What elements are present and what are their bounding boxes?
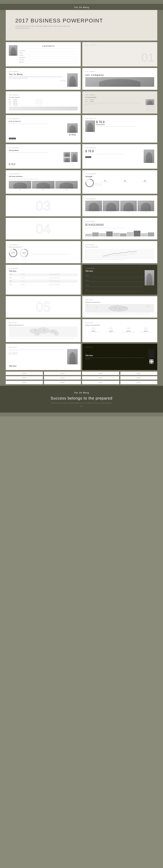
achievement-donuts-slide: Achievement Add your key words here 76% … bbox=[6, 241, 81, 263]
growth-right-label: Our company bbox=[85, 94, 154, 96]
team-photo-1 bbox=[9, 181, 31, 189]
svg-point-10 bbox=[120, 308, 120, 309]
achievement-line-slide: Achievement Add your key words here Lore… bbox=[82, 241, 157, 263]
table-row-1: 2015 Title here Lorem ipsum dolor sit am… bbox=[9, 277, 77, 279]
product-desc-1: Lorem ipsum dolor sit amet, consectetur … bbox=[9, 123, 66, 124]
education-label: Education bbox=[9, 322, 78, 323]
goals-steps-slide: Our Goals Add your key words here 14% 32… bbox=[82, 296, 157, 318]
logo-10: LOGO bbox=[44, 381, 81, 384]
achievement-text: Lorem ipsum dolor sit amet, consectetur … bbox=[31, 253, 78, 255]
svg-point-17 bbox=[35, 330, 36, 331]
contact-body: Lorem ipsum dolor sit amet, consectetur … bbox=[9, 349, 66, 351]
svg-text:76%: 76% bbox=[11, 252, 15, 254]
china-map-svg bbox=[85, 304, 154, 313]
team-photo-2 bbox=[32, 181, 54, 189]
svg-point-15 bbox=[54, 332, 59, 336]
world-desc: Lorem ipsum dolor sit amet, consectetur … bbox=[9, 338, 78, 339]
product-img-3a bbox=[64, 152, 70, 157]
growth-right-slide: Our company The way of growth 2014 Title… bbox=[82, 91, 157, 114]
contact-image bbox=[67, 349, 78, 364]
footer-subtitle: Lorem ipsum dolor sit amet, consectetur … bbox=[4, 402, 159, 404]
product-price-2: $ 76.8 bbox=[96, 120, 154, 124]
product-label-3: Our products bbox=[9, 147, 78, 148]
section02-number: 02 bbox=[146, 104, 156, 113]
section01-number: 01 bbox=[141, 52, 154, 63]
row6-grid: Team members Our team members Lorem ipsu… bbox=[6, 170, 157, 194]
product-img-3c bbox=[71, 152, 78, 162]
world-map-slide: Education Add your key words here bbox=[6, 319, 81, 342]
contents-item-4: Achievement bbox=[19, 57, 78, 59]
contents-item-5: Our Goals bbox=[19, 59, 78, 61]
section01-slide: our company 01 bbox=[82, 42, 157, 66]
product-desc-2: Lorem ipsum dolor sit amet, consectetur … bbox=[96, 126, 154, 127]
growth-body-text: Lorem ipsum dolor sit amet, consectetur … bbox=[85, 103, 144, 105]
company-image bbox=[67, 73, 78, 87]
qr-code bbox=[149, 359, 154, 364]
growth-right-row-1: 2015 Title here bbox=[85, 101, 144, 102]
hero-slide: 2017 BUSINESS POWERPOINT Lorem ipsum dol… bbox=[6, 10, 157, 40]
team-photo-big-1 bbox=[85, 200, 102, 211]
strength-lbl-1: FREE PREMIUM bbox=[95, 182, 114, 182]
achievement-line-desc: Lorem ipsum dolor sit amet, consectetur … bbox=[85, 259, 154, 260]
row3-grid: Our company The way of growth 2014 Title… bbox=[6, 91, 157, 114]
row5-grid: Our products new products Lorem ipsum do… bbox=[6, 144, 157, 169]
strength-slide: Team members Strength 78 FREE PREMIUM bbox=[82, 170, 157, 194]
svg-point-18 bbox=[44, 330, 44, 331]
section05-slide: 05 bbox=[6, 296, 81, 318]
row4-grid: Our products new products Lorem ipsum do… bbox=[6, 115, 157, 143]
team-photo-3 bbox=[55, 181, 78, 189]
achievement-stats-title: Add your key words here bbox=[9, 246, 78, 248]
phone-mockup bbox=[149, 349, 154, 359]
team-big-name-2: Role bbox=[103, 212, 119, 213]
steps-title: Add your key words here bbox=[85, 324, 154, 326]
step-circle-1: 01 bbox=[92, 327, 95, 331]
growth-title-right: The way of growth bbox=[85, 97, 154, 98]
growth-left-slide: Our company The way of growth 2014 Title… bbox=[6, 91, 81, 114]
logo-9: LOGO bbox=[6, 381, 43, 384]
dark-contact-slide: Education Title here Lorem ipsum dolor s… bbox=[82, 344, 157, 370]
team-photo-big-2 bbox=[103, 200, 119, 211]
product-label-4: Our products bbox=[85, 147, 154, 148]
svg-text:45%: 45% bbox=[22, 252, 26, 254]
logo-8: LOGO bbox=[120, 376, 158, 380]
product-btn-4[interactable]: Add to cart bbox=[85, 156, 91, 158]
our-company-label2: Our company bbox=[85, 71, 154, 72]
footer-section: Yan Jie Wang Success belongs to the prep… bbox=[0, 386, 163, 412]
achievement-donuts-label: Achievement bbox=[9, 244, 78, 245]
contents-item-3: Our team bbox=[19, 54, 78, 57]
svg-point-2 bbox=[87, 181, 92, 185]
product-img-3b bbox=[64, 157, 70, 162]
product-name-3: new products bbox=[9, 150, 78, 151]
bar-8 bbox=[134, 231, 140, 237]
bar-5 bbox=[113, 233, 120, 237]
page-wrapper: Yan Jie Wang 2017 BUSINESS POWERPOINT Lo… bbox=[0, 0, 163, 416]
product-image-1 bbox=[67, 123, 78, 133]
qr-label: 扫描二维码 bbox=[150, 364, 153, 365]
team-big-name-1: Role bbox=[85, 212, 102, 213]
growth-bar bbox=[9, 106, 78, 111]
donut-label-1: Add your key words here bbox=[9, 258, 18, 259]
section03-number: 03 bbox=[36, 199, 51, 213]
svg-point-21 bbox=[55, 333, 56, 333]
product-slide-4: Our products $ 76.8 Lorem ipsum dolor si… bbox=[82, 144, 157, 169]
contact-label: Education bbox=[9, 347, 78, 348]
our-company-big-image bbox=[85, 77, 154, 87]
step-desc-4: Lorem ipsum dolor sit amet consectetur bbox=[138, 332, 154, 333]
achievement-amount-slide: Achievement $7435226000 Lorem ipsum dolo… bbox=[82, 218, 157, 240]
strength-title: Strength bbox=[85, 176, 154, 178]
table-slide-1: Achievement Title here 2014 Title here L… bbox=[6, 265, 81, 294]
row1-grid: CONTENTS Our company About us Our team A… bbox=[6, 42, 157, 66]
step-circle-4: 04 bbox=[144, 327, 148, 331]
svg-rect-23 bbox=[150, 360, 151, 361]
goals-label: Our Goals bbox=[85, 299, 154, 300]
row2-grid: Our company Yan Je Wang Lorem ipsum dolo… bbox=[6, 68, 157, 90]
strength-val-1: 78 bbox=[95, 180, 114, 182]
team-photo-big-3 bbox=[120, 200, 137, 211]
svg-rect-29 bbox=[152, 362, 153, 362]
hero-title: 2017 BUSINESS POWERPOINT bbox=[15, 18, 148, 24]
row10-grid: Achievement Title here 2014 Title here L… bbox=[6, 265, 157, 294]
product-desc-3: Lorem ipsum dolor sit amet, consectetur … bbox=[9, 152, 63, 162]
svg-rect-25 bbox=[152, 360, 153, 361]
achievement-amount: $7435226000 bbox=[85, 223, 154, 226]
product-btn-1[interactable]: Add to cart bbox=[9, 138, 16, 140]
